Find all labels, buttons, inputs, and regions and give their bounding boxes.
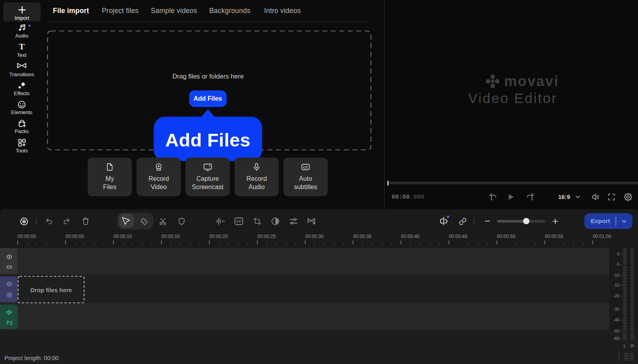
- svg-text:CC: CC: [236, 219, 242, 223]
- svg-text:T: T: [19, 42, 25, 51]
- svg-text:1: 1: [531, 196, 533, 201]
- svg-text:1: 1: [490, 196, 493, 201]
- svg-text:CC: CC: [303, 165, 308, 169]
